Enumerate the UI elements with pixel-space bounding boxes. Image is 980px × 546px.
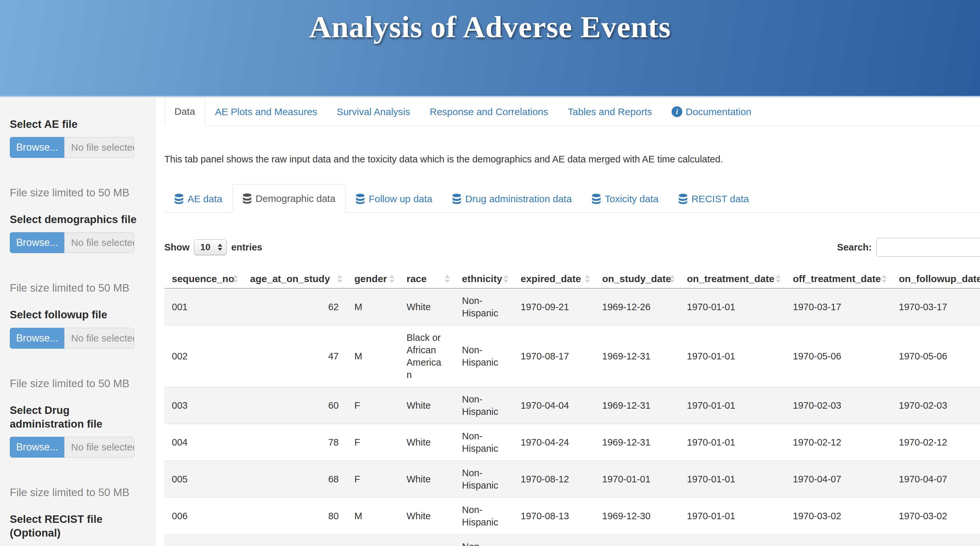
column-header-on_followup_date[interactable]: on_followup_date [891, 270, 980, 288]
cell-on_study_date: 1969-12-31 [595, 387, 679, 424]
subtab-drug-administration-data[interactable]: Drug administration data [442, 185, 582, 213]
tab-response-and-correlations[interactable]: Response and Correlations [420, 98, 558, 126]
column-header-label: on_treatment_date [687, 273, 774, 284]
cell-on_study_date: 1969-12-31 [595, 326, 679, 387]
show-label: Show [164, 242, 189, 253]
file-group-label: Select Drug administration file [10, 403, 140, 431]
tab-survival-analysis[interactable]: Survival Analysis [327, 98, 420, 126]
sort-icon [776, 275, 781, 283]
stepper-icon [218, 244, 222, 251]
cell-on_treatment_date: 1970-01-01 [679, 424, 785, 461]
cell-on_study_date: 1969-12-31 [595, 535, 679, 546]
tab-tables-and-reports[interactable]: Tables and Reports [558, 98, 662, 126]
tab-ae-plots-and-measures[interactable]: AE Plots and Measures [205, 98, 327, 126]
cell-on_followup_date: 1970-04-07 [891, 461, 980, 498]
file-group-demographics: Select demographics file Browse... No fi… [10, 213, 140, 294]
cell-expired_date: 1970-04-04 [513, 387, 595, 424]
column-header-off_treatment_date[interactable]: off_treatment_date [785, 270, 891, 288]
sort-icon [445, 275, 450, 283]
column-header-label: ethnicity [462, 273, 502, 284]
database-icon [592, 193, 601, 204]
subtab-recist-data[interactable]: RECIST data [668, 185, 759, 213]
cell-age_at_on_study: 68 [243, 461, 347, 498]
file-display: No file selected [64, 437, 134, 458]
cell-off_treatment_date: 1970-03-02 [785, 498, 891, 535]
column-header-ethnicity[interactable]: ethnicity [455, 270, 513, 288]
cell-sequence_no: 002 [164, 326, 243, 387]
column-header-race[interactable]: race [399, 270, 455, 288]
cell-on_treatment_date: 1970-01-01 [679, 387, 785, 424]
file-group-label: Select RECIST file (Optional) [10, 513, 140, 540]
cell-expired_date: 1970-03-24 [513, 535, 595, 546]
column-header-sequence_no[interactable]: sequence_no [164, 270, 243, 288]
file-group-label: Select AE file [10, 118, 140, 131]
cell-sequence_no: 007 [164, 535, 243, 546]
datatable-area: sequence_noage_at_on_studygenderraceethn… [164, 270, 980, 546]
info-circle-icon [671, 106, 682, 117]
cell-age_at_on_study: 60 [243, 387, 347, 424]
cell-race: White [399, 498, 455, 535]
cell-expired_date: 1970-08-17 [513, 326, 595, 387]
file-input: Browse... No file selected [10, 137, 134, 158]
cell-ethnicity: Non-Hispanic [455, 535, 513, 546]
cell-age_at_on_study: 78 [243, 424, 347, 461]
cell-on_treatment_date: 1970-01-01 [679, 326, 785, 387]
main-tabs: Data AE Plots and Measures Survival Anal… [164, 97, 980, 126]
column-header-on_treatment_date[interactable]: on_treatment_date [679, 270, 785, 288]
cell-on_followup_date: 1970-03-02 [891, 498, 980, 535]
sort-icon [389, 275, 395, 283]
sort-icon [670, 275, 675, 283]
browse-button[interactable]: Browse... [10, 232, 64, 253]
file-group-label: Select followup file [10, 308, 140, 322]
subtab-ae-data[interactable]: AE data [164, 185, 232, 213]
cell-on_study_date: 1970-01-01 [595, 461, 679, 498]
database-icon [355, 193, 365, 204]
search-label: Search: [837, 242, 872, 253]
table-row: 00568FWhiteNon-Hispanic1970-08-121970-01… [164, 461, 980, 498]
cell-race: White [399, 535, 455, 546]
banner: Analysis of Adverse Events [0, 0, 980, 97]
browse-button[interactable]: Browse... [10, 328, 64, 349]
table-row: 00775MWhiteNon-Hispanic1970-03-241969-12… [164, 535, 980, 546]
cell-on_treatment_date: 1970-01-01 [679, 498, 785, 535]
subtab-demographic-data[interactable]: Demographic data [232, 184, 345, 213]
file-display: No file selected [64, 328, 134, 349]
cell-on_followup_date: 1970-02-03 [891, 387, 980, 424]
column-header-age_at_on_study[interactable]: age_at_on_study [243, 270, 347, 288]
browse-button[interactable]: Browse... [10, 137, 64, 158]
subtab-toxicity-data[interactable]: Toxicity data [582, 185, 668, 213]
subtab-label: AE data [188, 193, 222, 204]
column-header-expired_date[interactable]: expired_date [513, 270, 595, 288]
tab-documentation[interactable]: Documentation [662, 98, 761, 126]
page-length-control: Show 10 entries [164, 239, 262, 255]
cell-ethnicity: Non-Hispanic [455, 326, 513, 387]
cell-sequence_no: 006 [164, 498, 243, 535]
column-header-label: race [407, 273, 427, 284]
cell-on_followup_date: 1970-02-12 [891, 424, 980, 461]
cell-on_study_date: 1969-12-31 [595, 424, 679, 461]
column-header-label: gender [355, 273, 387, 284]
cell-sequence_no: 004 [164, 424, 243, 461]
sort-icon [881, 275, 887, 283]
column-header-on_study_date[interactable]: on_study_date [595, 270, 679, 288]
tab-data[interactable]: Data [164, 97, 205, 126]
cell-off_treatment_date: 1970-02-12 [785, 424, 891, 461]
sort-icon [233, 275, 238, 283]
cell-gender: M [347, 498, 399, 535]
search-input[interactable] [876, 238, 980, 257]
file-group-ae: Select AE file Browse... No file selecte… [10, 118, 140, 199]
cell-gender: F [347, 424, 399, 461]
entries-select[interactable]: 10 [194, 239, 227, 255]
tab-description: This tab panel shows the raw input data … [164, 153, 980, 166]
file-size-note: File size limited to 50 MB [10, 377, 140, 390]
subtab-label: Follow up data [369, 193, 432, 204]
browse-button[interactable]: Browse... [10, 437, 64, 458]
sidebar: Select AE file Browse... No file selecte… [0, 97, 156, 546]
subtab-follow-up-data[interactable]: Follow up data [345, 185, 442, 213]
cell-off_treatment_date: 1970-03-03 [785, 535, 891, 546]
file-group-recist: Select RECIST file (Optional) Browse... … [10, 513, 140, 546]
column-header-label: expired_date [521, 273, 581, 284]
database-icon [678, 193, 688, 204]
cell-on_study_date: 1969-12-26 [595, 288, 679, 326]
column-header-gender[interactable]: gender [347, 270, 399, 288]
